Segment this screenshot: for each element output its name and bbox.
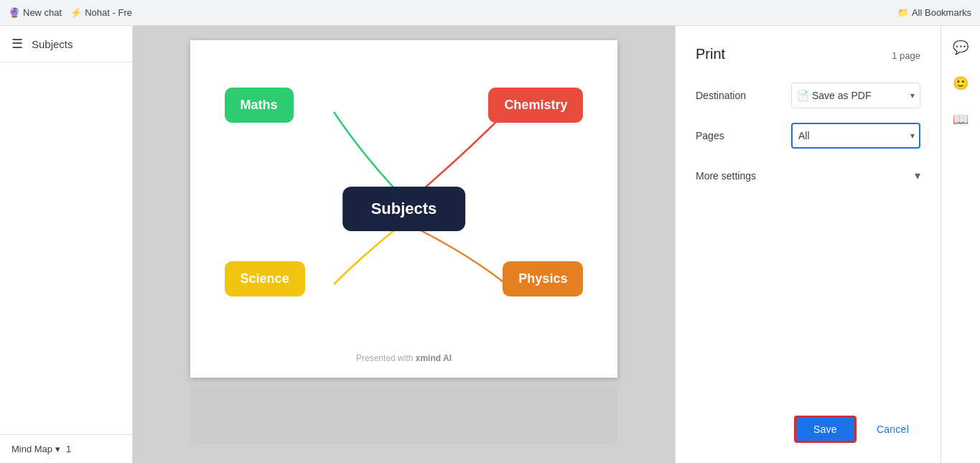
spacer: [696, 188, 920, 401]
pages-field-label: Pages: [696, 130, 724, 141]
mindmap-dropdown-label: Mind Map: [11, 444, 52, 454]
message-icon[interactable]: 💬: [949, 36, 972, 59]
sidebar-bottom: Mind Map ▾ 1: [0, 434, 132, 463]
print-pages: 1 page: [892, 50, 920, 61]
more-settings-chevron: ▾: [915, 169, 920, 182]
nohat-icon: ⚡: [70, 7, 82, 18]
page-number: 1: [66, 444, 71, 454]
pages-select[interactable]: All: [791, 123, 920, 149]
preview-page: Subjects Maths Chemistry Science Physics: [190, 40, 617, 378]
print-settings-panel: Print 1 page Destination 📄 Save as PDF ▾…: [675, 26, 941, 463]
destination-label: Destination: [696, 90, 746, 101]
physics-node: Physics: [503, 261, 583, 296]
bookmarks-label: All Bookmarks: [912, 7, 971, 18]
nohat-label: Nohat - Fre: [85, 7, 132, 18]
destination-row: Destination 📄 Save as PDF ▾: [696, 83, 920, 108]
science-label: Science: [241, 271, 289, 286]
button-row: Save Cancel: [696, 401, 920, 443]
sidebar: ☰ Subjects Mind Map ▾ 1: [0, 26, 133, 463]
more-settings-label: More settings: [696, 170, 756, 182]
more-settings-row[interactable]: More settings ▾: [696, 163, 920, 188]
mindmap-dropdown-arrow: ▾: [55, 444, 60, 454]
physics-label: Physics: [518, 271, 567, 286]
new-chat-label: New chat: [23, 7, 62, 18]
sidebar-title: Subjects: [32, 38, 73, 50]
science-node: Science: [225, 261, 305, 296]
destination-select-wrapper[interactable]: 📄 Save as PDF ▾: [791, 83, 920, 108]
browser-bar: 🔮 New chat ⚡ Nohat - Fre 📁 All Bookmarks: [0, 0, 980, 26]
maths-node: Maths: [225, 88, 294, 123]
print-header: Print 1 page: [696, 46, 920, 62]
sidebar-header: ☰ Subjects: [0, 26, 132, 62]
subjects-node: Subjects: [342, 187, 466, 231]
mindmap-dropdown[interactable]: Mind Map ▾: [11, 444, 60, 454]
destination-select[interactable]: Save as PDF: [791, 83, 920, 108]
preview-area: Subjects Maths Chemistry Science Physics: [133, 26, 675, 463]
bookmark-folder-icon: 📁: [897, 7, 909, 18]
maths-label: Maths: [241, 98, 278, 112]
new-chat-icon: 🔮: [9, 7, 20, 18]
right-icons-panel: 💬 🙂 📖: [941, 26, 980, 463]
print-title: Print: [696, 46, 725, 62]
menu-icon[interactable]: ☰: [11, 36, 23, 52]
cancel-button[interactable]: Cancel: [865, 418, 920, 441]
subjects-label: Subjects: [371, 200, 437, 218]
save-button[interactable]: Save: [794, 416, 857, 443]
new-chat-item[interactable]: 🔮 New chat: [9, 7, 62, 18]
book-icon[interactable]: 📖: [949, 108, 972, 131]
print-dialog: Subjects Maths Chemistry Science Physics: [133, 26, 941, 463]
nohat-item[interactable]: ⚡ Nohat - Fre: [70, 7, 132, 18]
mindmap-container: Subjects Maths Chemistry Science Physics: [190, 40, 617, 378]
emoji-icon[interactable]: 🙂: [949, 72, 972, 95]
pdf-icon: 📄: [797, 90, 809, 101]
chemistry-node: Chemistry: [488, 88, 583, 123]
chemistry-label: Chemistry: [504, 98, 567, 112]
bookmarks-item[interactable]: 📁 All Bookmarks: [897, 7, 971, 18]
pages-select-wrapper[interactable]: All ▾: [791, 123, 920, 149]
pages-row: Pages All ▾: [696, 123, 920, 149]
preview-page-2: [190, 386, 617, 444]
